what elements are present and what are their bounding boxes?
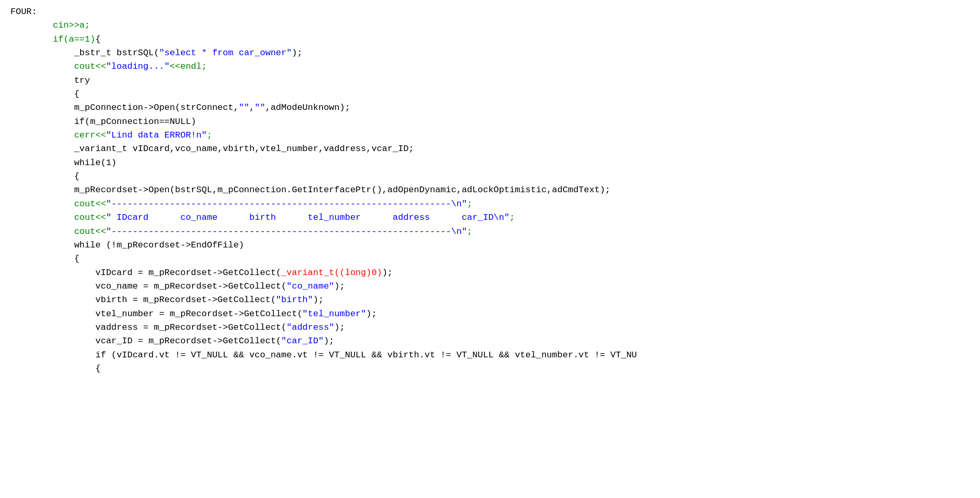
code-token: "---------------------------------------… [106,199,467,209]
code-line: m_pRecordset->Open(bstrSQL,m_pConnection… [10,183,970,197]
code-token: , [249,103,254,113]
code-line: if (vIDcard.vt != VT_NULL && vco_name.vt… [10,348,970,362]
code-token: "select * from car_owner" [159,48,292,58]
code-line: _bstr_t bstrSQL("select * from car_owner… [10,46,970,60]
code-token: { [95,34,100,44]
code-token: while (!m_pRecordset->EndOfFile) [10,240,244,250]
code-line: m_pConnection->Open(strConnect,"","",adM… [10,101,970,115]
code-token: while(1) [10,158,117,168]
code-line: { [10,88,970,101]
code-token: "co_name" [287,281,335,291]
code-line: cout<<"---------------------------------… [10,225,970,239]
code-token: ; [510,213,515,222]
code-line: vaddress = m_pRecordset->GetCollect("add… [10,321,970,334]
code-line: cin>>a; [10,19,970,32]
code-token: ; [207,130,212,140]
code-token: ); [324,336,334,346]
code-token: FOUR: [10,7,37,17]
code-token: if (vIDcard.vt != VT_NULL && vco_name.vt… [10,350,637,360]
code-token: { [10,364,100,374]
code-token: { [10,89,80,99]
code-token: "" [239,103,249,113]
code-line: if(a==1){ [10,33,970,46]
code-token: "---------------------------------------… [106,227,467,236]
code-token: ); [334,322,345,332]
code-token: "Lind data ERROR!n" [106,130,207,140]
code-editor: FOUR: cin>>a; if(a==1){ _bstr_t bstrSQL(… [10,5,970,376]
code-token: ); [313,295,324,305]
code-line: FOUR: [10,5,970,19]
code-token: ; [467,227,472,236]
code-line: cout<<"loading..."<<endl; [10,60,970,73]
code-token: "birth" [276,295,313,305]
code-line: { [10,170,970,183]
code-line: cout<<"---------------------------------… [10,197,970,211]
code-token: " IDcard co_name birth tel_number addres… [106,213,510,222]
code-line: vco_name = m_pRecordset->GetCollect("co_… [10,280,970,293]
code-token: "loading..." [106,61,170,71]
code-line: _variant_t vIDcard,vco_name,vbirth,vtel_… [10,142,970,156]
code-line: cerr<<"Lind data ERROR!n"; [10,129,970,142]
code-token: vcar_ID = m_pRecordset->GetCollect( [10,336,281,346]
code-token: m_pRecordset->Open(bstrSQL,m_pConnection… [10,185,610,195]
code-line: vbirth = m_pRecordset->GetCollect("birth… [10,293,970,307]
code-line: if(m_pConnection==NULL) [10,115,970,129]
code-token: ); [366,309,377,319]
code-token: if(m_pConnection==NULL) [10,117,196,127]
code-line: { [10,362,970,376]
code-token: vtel_number = m_pRecordset->GetCollect( [10,309,302,319]
code-token: if(a==1) [10,34,95,44]
code-token: "address" [287,322,335,332]
code-token: cin>>a; [10,20,90,30]
code-line: while(1) [10,156,970,170]
code-line: { [10,252,970,266]
code-token: _bstr_t bstrSQL( [10,48,159,58]
code-token: ); [382,268,392,278]
code-token: ); [334,281,345,291]
code-token: m_pConnection->Open(strConnect, [10,103,239,113]
code-token: ); [292,48,302,58]
code-token: vIDcard = m_pRecordset->GetCollect( [10,268,281,278]
code-token: ,adModeUnknown); [265,103,350,113]
code-token: "" [254,103,265,113]
code-token: cout<< [10,227,106,236]
code-token: _variant_t vIDcard,vco_name,vbirth,vtel_… [10,144,414,154]
code-token: cout<< [10,199,106,209]
code-token: <<endl; [170,61,207,71]
code-token: vco_name = m_pRecordset->GetCollect( [10,281,287,291]
code-line: try [10,74,970,88]
code-token: { [10,254,80,264]
code-token: ; [467,199,472,209]
code-line: vtel_number = m_pRecordset->GetCollect("… [10,307,970,321]
code-token: vbirth = m_pRecordset->GetCollect( [10,295,276,305]
code-token: _variant_t((long)0) [281,268,382,278]
code-token: "tel_number" [302,309,366,319]
code-token: cout<< [10,61,106,71]
code-token: cerr<< [10,130,106,140]
code-token: "car_ID" [281,336,324,346]
code-token: vaddress = m_pRecordset->GetCollect( [10,322,287,332]
code-token: try [10,76,90,85]
code-line: vcar_ID = m_pRecordset->GetCollect("car_… [10,334,970,348]
code-line: while (!m_pRecordset->EndOfFile) [10,239,970,252]
code-token: { [10,171,80,181]
code-token: cout<< [10,213,106,222]
code-line: vIDcard = m_pRecordset->GetCollect(_vari… [10,266,970,280]
code-line: cout<<" IDcard co_name birth tel_number … [10,211,970,225]
